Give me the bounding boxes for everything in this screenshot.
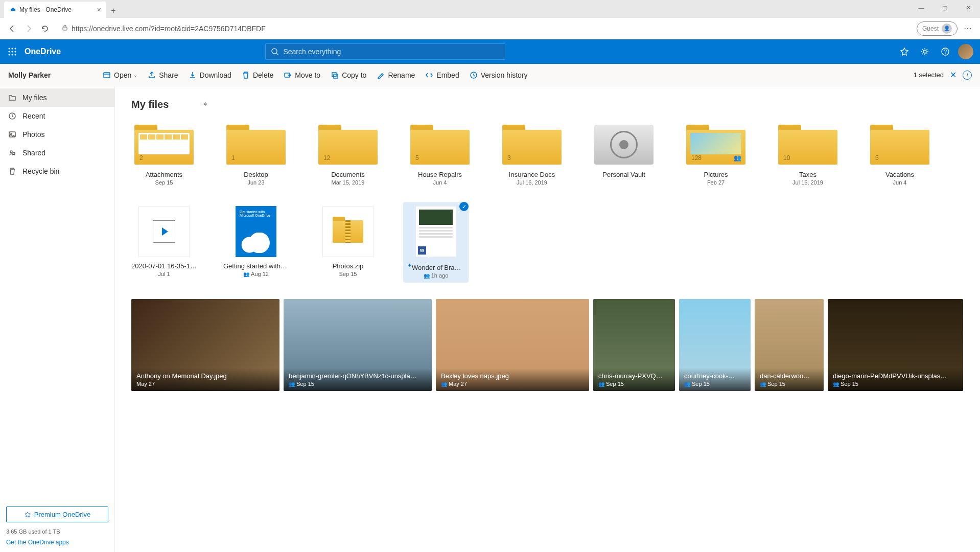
photo-name: courtney-cook-… bbox=[684, 372, 745, 380]
open-button[interactable]: Open⌄ bbox=[98, 67, 143, 83]
rename-button[interactable]: Rename bbox=[371, 67, 420, 83]
browser-tab-strip: My files - OneDrive × + — ▢ ✕ bbox=[0, 0, 980, 18]
search-box[interactable] bbox=[265, 43, 505, 60]
tile-date: Sep 15 bbox=[339, 271, 357, 277]
selected-check-icon: ✓ bbox=[459, 202, 469, 211]
refresh-button[interactable] bbox=[37, 20, 53, 37]
clear-selection-button[interactable]: ✕ bbox=[950, 70, 956, 80]
new-tab-button[interactable]: + bbox=[106, 4, 121, 18]
photo-date: 👥Sep 15 bbox=[760, 381, 819, 387]
vault-icon bbox=[594, 125, 654, 165]
tile-date: 👥Aug 12 bbox=[243, 271, 269, 277]
video-icon bbox=[138, 206, 190, 257]
photo-date: 👥Sep 15 bbox=[289, 381, 427, 387]
maximize-button[interactable]: ▢ bbox=[933, 0, 956, 15]
url-text: https://onedrive.live.com/?id=root&cid=2… bbox=[72, 25, 266, 33]
folder-tile[interactable]: 5House RepairsJun 4 bbox=[407, 125, 473, 186]
photo-name: Bexley loves naps.jpeg bbox=[441, 372, 584, 380]
user-avatar[interactable] bbox=[955, 39, 976, 64]
product-name[interactable]: OneDrive bbox=[25, 47, 61, 56]
folder-tile[interactable]: 2AttachmentsSep 15 bbox=[131, 125, 197, 186]
file-tile[interactable]: ✓W✦Wonder of Brazil.docx👥1h ago bbox=[403, 202, 469, 283]
photo-tile[interactable]: benjamin-gremler-qONhYBVNz1c-unspla…👥Sep… bbox=[284, 299, 432, 391]
close-window-button[interactable]: ✕ bbox=[956, 0, 980, 15]
pdf-thumb: Get started withMicrosoft OneDrive bbox=[236, 206, 276, 257]
version-history-button[interactable]: Version history bbox=[464, 67, 533, 83]
folder-icon: 12 bbox=[318, 125, 378, 165]
details-pane-button[interactable]: i bbox=[963, 71, 972, 80]
file-tile[interactable]: Photos.zipSep 15 bbox=[315, 206, 381, 279]
settings-icon[interactable] bbox=[915, 39, 935, 64]
owner-name: Molly Parker bbox=[8, 71, 98, 79]
tile-date: Jun 4 bbox=[433, 179, 447, 186]
delete-button[interactable]: Delete bbox=[237, 67, 278, 83]
nav-recycle-bin[interactable]: Recycle bin bbox=[0, 162, 114, 180]
back-button[interactable] bbox=[4, 20, 20, 37]
folder-grid: 2AttachmentsSep 151DesktopJun 2312Docume… bbox=[131, 125, 964, 186]
photo-tile[interactable]: Bexley loves naps.jpeg👥May 27 bbox=[436, 299, 589, 391]
search-input[interactable] bbox=[283, 48, 500, 56]
tile-name: Taxes bbox=[775, 171, 841, 178]
minimize-button[interactable]: — bbox=[909, 0, 933, 15]
svg-rect-16 bbox=[332, 73, 336, 77]
folder-tile[interactable]: 5VacationsJun 4 bbox=[867, 125, 932, 186]
guest-avatar-icon: 👤 bbox=[942, 24, 952, 34]
shared-icon: 👥 bbox=[833, 381, 839, 387]
forward-button[interactable] bbox=[20, 20, 37, 37]
svg-rect-0 bbox=[63, 27, 67, 30]
photo-tile[interactable]: dan-calderwoo…👥Sep 15 bbox=[755, 299, 824, 391]
folder-tile[interactable]: 128👥PicturesFeb 27 bbox=[683, 125, 749, 186]
browser-menu-button[interactable]: ⋯ bbox=[960, 24, 976, 33]
zip-icon bbox=[322, 206, 374, 257]
browser-tab[interactable]: My files - OneDrive × bbox=[4, 2, 106, 18]
photo-name: diego-marin-PeDMdPVVUik-unsplas… bbox=[833, 372, 958, 380]
folder-icon: 5 bbox=[410, 125, 470, 165]
folder-tile[interactable]: 10TaxesJul 16, 2019 bbox=[775, 125, 841, 186]
svg-point-5 bbox=[12, 51, 13, 53]
svg-text:?: ? bbox=[944, 49, 947, 55]
nav-my-files[interactable]: My files bbox=[0, 88, 114, 107]
close-tab-icon[interactable]: × bbox=[97, 6, 101, 14]
share-button[interactable]: Share bbox=[143, 67, 183, 83]
svg-point-8 bbox=[12, 54, 13, 56]
url-field[interactable]: https://onedrive.live.com/?id=root&cid=2… bbox=[57, 24, 913, 33]
profile-button[interactable]: Guest 👤 bbox=[917, 21, 958, 36]
file-tile[interactable]: 2020-07-01 16-35-10.m…Jul 1 bbox=[131, 206, 197, 279]
tile-name: Insurance Docs bbox=[499, 171, 565, 178]
photo-tile[interactable]: diego-marin-PeDMdPVVUik-unsplas…👥Sep 15 bbox=[828, 299, 963, 391]
main-content: My files 2AttachmentsSep 151DesktopJun 2… bbox=[115, 86, 980, 552]
app-launcher-button[interactable] bbox=[0, 39, 25, 64]
tile-date: 👥1h ago bbox=[424, 272, 449, 279]
folder-icon: 3 bbox=[502, 125, 562, 165]
photo-date: May 27 bbox=[136, 381, 274, 387]
get-apps-link[interactable]: Get the OneDrive apps bbox=[6, 539, 108, 546]
embed-button[interactable]: Embed bbox=[420, 67, 464, 83]
folder-tile[interactable]: 1DesktopJun 23 bbox=[223, 125, 289, 186]
nav-photos[interactable]: Photos bbox=[0, 125, 114, 144]
svg-point-6 bbox=[15, 51, 16, 53]
folder-icon: 1 bbox=[226, 125, 286, 165]
photo-tile[interactable]: courtney-cook-…👥Sep 15 bbox=[679, 299, 751, 391]
command-bar: Molly Parker Open⌄ Share Download Delete… bbox=[0, 64, 980, 86]
help-icon[interactable]: ? bbox=[935, 39, 955, 64]
search-icon bbox=[271, 48, 279, 56]
photo-name: Anthony on Memorial Day.jpeg bbox=[136, 372, 274, 380]
folder-tile[interactable]: Personal Vault bbox=[591, 125, 657, 186]
lock-icon bbox=[61, 24, 68, 33]
premium-icon[interactable] bbox=[894, 39, 915, 64]
photo-tile[interactable]: Anthony on Memorial Day.jpegMay 27 bbox=[131, 299, 279, 391]
nav-recent[interactable]: Recent bbox=[0, 107, 114, 125]
move-to-button[interactable]: Move to bbox=[278, 67, 325, 83]
tile-name: Getting started with On… bbox=[223, 262, 289, 270]
photo-tile[interactable]: chris-murray-PXVQ…👥Sep 15 bbox=[593, 299, 675, 391]
folder-tile[interactable]: 12DocumentsMar 15, 2019 bbox=[315, 125, 381, 186]
premium-button[interactable]: Premium OneDrive bbox=[6, 507, 108, 522]
onedrive-header: OneDrive ? bbox=[0, 39, 980, 64]
download-button[interactable]: Download bbox=[183, 67, 237, 83]
copy-to-button[interactable]: Copy to bbox=[325, 67, 371, 83]
file-tile[interactable]: Get started withMicrosoft OneDriveGettin… bbox=[223, 206, 289, 279]
selection-count: 1 selected bbox=[914, 71, 944, 79]
nav-shared[interactable]: Shared bbox=[0, 144, 114, 162]
folder-tile[interactable]: 3Insurance DocsJul 16, 2019 bbox=[499, 125, 565, 186]
svg-point-3 bbox=[15, 48, 16, 50]
